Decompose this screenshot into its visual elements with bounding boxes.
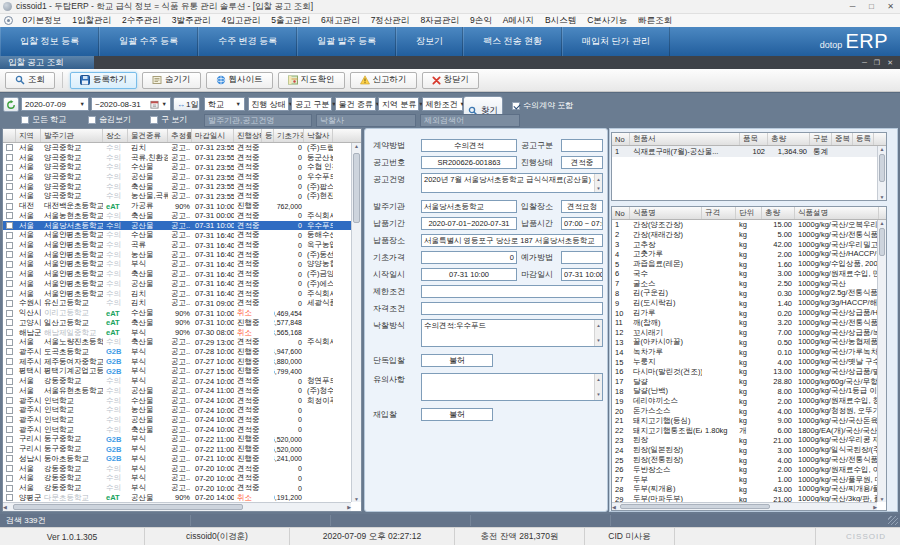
column-header-8[interactable]: 기초가격	[274, 129, 304, 142]
column-header-7[interactable]: 등록	[262, 129, 274, 142]
row-checkbox[interactable]	[6, 475, 13, 482]
scroll-down-icon[interactable]: ▼	[596, 184, 600, 193]
table-row[interactable]: 18달걀(난백)kg8.001000g/kg/국산/1등급 이상	[612, 387, 886, 397]
vscroll-thumb[interactable]	[879, 154, 885, 182]
table-row[interactable]: 8김(구운김)kg0.301000g/kg/2.5g/전통식품인증/무...	[612, 289, 886, 299]
row-checkbox[interactable]	[6, 310, 13, 317]
table-row[interactable]: 16다시마(말린것(건조))kg13.001000g/kg/국산/상급품/말린것…	[612, 367, 886, 377]
bid-row[interactable]: 서울서울노량진초등학교수의축산물공고..07-29 13:00견적중0주식회사	[3, 337, 351, 347]
filter-input-0[interactable]	[204, 114, 312, 127]
filter-checkbox-0[interactable]: 모든 학교	[21, 114, 66, 125]
row-checkbox[interactable]	[6, 242, 13, 249]
hscroll-thumb[interactable]	[13, 504, 243, 510]
row-checkbox[interactable]	[6, 280, 13, 287]
table-vscrollbar[interactable]: ▲▼	[877, 220, 886, 502]
bid-row[interactable]: 서울양곡중학교수의수산물공고..07-31 23:55견적중0수협 인천	[3, 162, 351, 172]
table-row[interactable]: 19데리야끼소스kg2.001000g/kg/원재료수입, 청정원, ...	[612, 396, 886, 406]
close-button[interactable]: ✕	[881, 0, 900, 14]
scroll-down-icon[interactable]: ▼	[596, 336, 600, 345]
table-row[interactable]: 7굴소스kg2.501000g/kg/국산	[612, 279, 886, 289]
table-row[interactable]: 24된장(일본된장)kg3.001000g/kg/일식국된장/(주)오복식...	[612, 445, 886, 455]
bid-row[interactable]: 양평군다문초등학교eAT공산물90%07-20 14:00취소9,191,200	[3, 493, 351, 502]
row-checkbox[interactable]	[6, 465, 13, 472]
action-button-1[interactable]: 등록하기	[70, 72, 137, 89]
row-checkbox[interactable]	[6, 164, 13, 171]
column-header-5[interactable]: 식품설명	[795, 207, 879, 219]
form-field-납품장소[interactable]: 서울특별시 영등포구 당산로 187 서울당서초등학교	[421, 234, 603, 247]
menu-app-icon[interactable]	[4, 16, 13, 25]
table-row[interactable]: 1식재료구매(7월)-공산물...1021,364.90통계	[612, 146, 886, 157]
table-row[interactable]: 15누룽지kg4.001000g/kg/국산/옛날 구수한 누룽...	[612, 357, 886, 367]
column-header-9[interactable]: 낙찰사	[304, 129, 333, 142]
form-field-공고구분[interactable]	[561, 139, 603, 152]
mdi-restore-icon[interactable]: ❐	[874, 56, 880, 69]
table-row[interactable]: 1간장(양조간장)kg15.001000g/kg/국산/오복우리콩간장/...	[612, 220, 886, 230]
bid-row[interactable]: 서울서울안평초등학교수의농산물공고..07-31 16:40견적중0(주)동선기	[3, 250, 351, 260]
bid-row[interactable]: 구리시동구중학교G2B부식공고..07-22 11:00진행중396,520,0…	[3, 435, 351, 445]
bid-row[interactable]: 서울서울유현초등학교수의공산물공고..07-24 11:00견적중0(주)청수에	[3, 386, 351, 396]
filter-select-2[interactable]: 공고 구분▼	[291, 97, 332, 111]
row-checkbox[interactable]	[6, 368, 13, 375]
row-checkbox[interactable]	[6, 212, 13, 219]
row-checkbox[interactable]	[6, 251, 13, 258]
tab-bid-announcement-query[interactable]: 입찰 공고 조회	[0, 56, 94, 69]
scroll-left-icon[interactable]: ◀	[612, 504, 616, 510]
bid-row[interactable]: 서울양곡중학교수의공산물공고..07-31 23:55견적중0우수푸드	[3, 172, 351, 182]
table-row[interactable]: 9김(도시락김)kg1.401000g/kg/3g/HACCP/해식용김, ..…	[612, 298, 886, 308]
form-field-시작일시[interactable]: 07-31 10:00	[421, 268, 517, 281]
resize-grip[interactable]	[888, 516, 898, 525]
scroll-up-icon[interactable]: ▲	[596, 375, 600, 384]
scroll-up-icon[interactable]: ▲	[880, 146, 885, 152]
column-header-2[interactable]: 장소	[103, 129, 128, 142]
scroll-left-icon[interactable]: ◀	[3, 504, 7, 510]
form-field-예가방법[interactable]	[561, 251, 603, 264]
mdi-minimize-icon[interactable]: ─	[862, 56, 867, 69]
table-row[interactable]: 14녹차가루kg0.101000g/kg/국산/가루녹차	[612, 347, 886, 357]
menu-item-0[interactable]: 0기본정보	[17, 14, 67, 27]
row-checkbox[interactable]	[6, 387, 13, 394]
row-checkbox[interactable]	[6, 446, 13, 453]
form-field-납품시간[interactable]: 07:00 ~ 07:00	[561, 217, 603, 230]
form-field-기초가격[interactable]: 0	[421, 251, 517, 264]
scroll-down-icon[interactable]: ▼	[880, 194, 885, 200]
row-checkbox[interactable]	[6, 407, 13, 414]
bid-row[interactable]: 서울양곡중학교수의축산물공고..07-31 23:55견적중0(주)팜스토	[3, 182, 351, 192]
column-header-1[interactable]: 발주기관	[41, 129, 103, 142]
column-header-0[interactable]: No	[612, 207, 630, 219]
toolbar-button-2[interactable]: 수주 변경 등록	[198, 27, 297, 56]
row-checkbox[interactable]	[6, 290, 13, 297]
row-checkbox[interactable]	[6, 426, 13, 433]
textarea-scrollbar[interactable]: ▲▼	[594, 174, 602, 192]
row-checkbox[interactable]	[6, 203, 13, 210]
bid-row[interactable]: 구리시동구중학교G2B부식공고..07-22 11:00진행중396,520,0…	[3, 444, 351, 454]
form-textarea-유의사항[interactable]: ▲▼	[421, 373, 603, 401]
bid-row[interactable]: 대전대전백운초등학교eAT가공류90%07-31 10:00진행중762,000	[3, 201, 351, 211]
menu-item-10[interactable]: A메시지	[497, 14, 539, 27]
vscroll-thumb[interactable]	[353, 153, 360, 223]
bid-row[interactable]: 서울서울안평초등학교수의공산물공고..07-31 16:40견적중0(주)에스풀	[3, 279, 351, 289]
bid-row[interactable]: 광주시인덕학교수의축산물공고..07-24 10:00견적중0	[3, 425, 351, 435]
menu-item-1[interactable]: 1입찰관리	[67, 14, 117, 27]
form-field-공고번호[interactable]: SR200626-001863	[421, 156, 517, 169]
table-row[interactable]: 11깨(참깨)kg3.201000g/kg/국산/전통식품인증/상...	[612, 318, 886, 328]
filter-select-3[interactable]: 물건 종류▼	[335, 97, 376, 111]
bid-row[interactable]: 광주시인덕학교수의공산물공고..07-24 10:00견적중0	[3, 415, 351, 425]
column-header-3[interactable]: 총량	[768, 133, 810, 145]
form-field-발주기관[interactable]: 서울당서초등학교	[421, 200, 517, 213]
table-row[interactable]: 5과즙음료(레몬)kg1.601000g/kg/수입상품, 200ml	[612, 259, 886, 269]
date-from-select[interactable]: 2020-07-09▼	[21, 97, 89, 111]
vscroll-thumb[interactable]	[879, 228, 885, 256]
menu-item-13[interactable]: 빠른조회	[633, 14, 678, 27]
column-header-6[interactable]: 진행상태	[234, 129, 262, 142]
column-header-3[interactable]: 단위	[736, 207, 762, 219]
row-checkbox[interactable]	[6, 436, 13, 443]
bid-row[interactable]: 익산시이리고등학교eAT수산물90%07-31 10:00취소9,469,454	[3, 308, 351, 318]
scroll-right-icon[interactable]: ▶	[873, 504, 877, 510]
table-row[interactable]: 12꼬시래기kg7.001000g/kg/국산/상급품/녹색, 염...	[612, 328, 886, 338]
row-checkbox[interactable]	[6, 494, 13, 501]
action-button-4[interactable]: 지도확인	[278, 72, 345, 89]
menu-item-6[interactable]: 6재고관리	[315, 14, 365, 27]
scroll-down-icon[interactable]: ▼	[354, 496, 359, 502]
bid-row[interactable]: 서울양곡중학교수의곡류,친환경공고..07-31 23:55견적중0동군산농	[3, 153, 351, 163]
table-row[interactable]: 20돈가스소스kg4.001000g/kg/청정원, 오뚜기,2kg/통	[612, 406, 886, 416]
